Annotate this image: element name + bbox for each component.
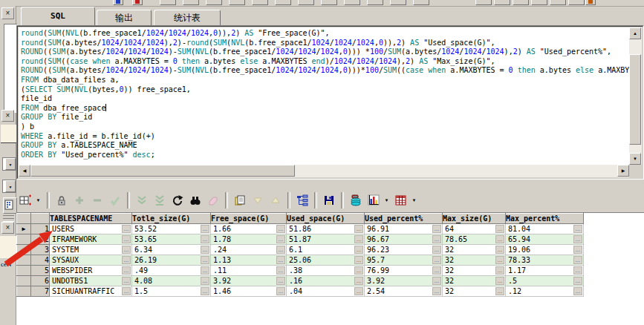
cell-ellipsis-button[interactable]: … <box>495 235 504 243</box>
grid-cell[interactable]: SYSTEM… <box>50 245 132 255</box>
cell-ellipsis-button[interactable]: … <box>122 235 131 243</box>
grid-cell[interactable]: .49… <box>132 266 211 276</box>
toolbar-button-fragment[interactable] <box>183 0 199 5</box>
splitter[interactable] <box>16 180 644 188</box>
cell-ellipsis-button[interactable]: … <box>495 246 504 254</box>
toolbar-button-fragment[interactable] <box>206 0 222 5</box>
column-header[interactable]: Max_size(G) <box>443 214 506 224</box>
cell-ellipsis-button[interactable]: … <box>432 256 441 264</box>
cell-ellipsis-button[interactable]: … <box>354 235 363 243</box>
chart-results-dropdown-button[interactable]: ▼ <box>383 192 391 209</box>
row-selector-cell[interactable] <box>17 276 31 286</box>
grid-cell[interactable]: SICHUANTRAFFIC… <box>50 286 132 297</box>
cell-ellipsis-button[interactable]: … <box>201 277 209 285</box>
toolbar-button-fragment[interactable] <box>390 0 406 5</box>
tab-statistics[interactable]: 统计表 <box>154 10 221 25</box>
toolbar-button-fragment[interactable] <box>275 0 291 5</box>
save-results-button[interactable] <box>321 192 337 209</box>
scroll-down-button[interactable]: ▼ <box>629 153 641 165</box>
toolbar-button-fragment[interactable] <box>344 0 360 5</box>
grid-cell[interactable]: 53.65… <box>132 234 211 245</box>
cell-ellipsis-button[interactable]: … <box>573 256 582 264</box>
row-number-cell[interactable]: 2 <box>31 234 50 245</box>
grid-cell[interactable]: UNDOTBS1… <box>50 276 132 286</box>
single-record-view-button[interactable] <box>294 192 310 209</box>
grid-cell[interactable]: .5… <box>506 276 584 286</box>
column-header[interactable]: Totle_size(G) <box>132 214 211 224</box>
refresh-query-button[interactable] <box>169 192 186 209</box>
sort-ascending-button[interactable] <box>267 192 284 209</box>
tab-output[interactable]: 输出 <box>97 10 152 25</box>
cell-ellipsis-button[interactable]: … <box>201 287 209 295</box>
row-selector-cell[interactable] <box>17 255 31 266</box>
toolbar-button-fragment[interactable] <box>550 0 566 5</box>
grid-cell[interactable]: 53.52… <box>132 224 211 234</box>
cell-ellipsis-button[interactable]: … <box>354 277 363 285</box>
grid-cell[interactable]: 25.06… <box>287 255 365 266</box>
row-number-cell[interactable]: 5 <box>31 266 50 276</box>
post-changes-button[interactable] <box>107 192 123 209</box>
grid-layout-dropdown-button[interactable]: ▼ <box>34 192 42 209</box>
grid-cell[interactable]: 1.13… <box>211 255 287 266</box>
grid-cell[interactable]: 96.67… <box>365 234 443 245</box>
cell-ellipsis-button[interactable]: … <box>354 225 363 233</box>
toolbar-button-fragment[interactable] <box>132 0 143 5</box>
cell-ellipsis-button[interactable]: … <box>354 256 363 264</box>
toolbar-button-fragment[interactable] <box>475 0 492 5</box>
cell-ellipsis-button[interactable]: … <box>201 246 209 254</box>
grid-cell[interactable]: .38… <box>287 266 365 276</box>
panel-close-button[interactable]: × <box>1 110 14 122</box>
cell-ellipsis-button[interactable]: … <box>122 246 131 254</box>
cell-ellipsis-button[interactable]: … <box>573 277 582 285</box>
grid-cell[interactable]: 1.78… <box>211 234 287 245</box>
cell-ellipsis-button[interactable]: … <box>432 277 441 285</box>
editor-vertical-scrollbar[interactable]: ▲ ▼ <box>629 27 642 165</box>
scroll-right-button[interactable]: ▶ <box>617 165 629 177</box>
toolbar-button-fragment[interactable] <box>568 0 585 5</box>
cell-ellipsis-button[interactable]: … <box>201 225 209 233</box>
grid-cell[interactable]: .04… <box>287 286 365 297</box>
cell-ellipsis-button[interactable]: … <box>276 246 285 254</box>
export-table-button[interactable] <box>393 192 409 209</box>
cell-ellipsis-button[interactable]: … <box>276 266 285 275</box>
row-selector-cell[interactable] <box>17 245 31 255</box>
cell-ellipsis-button[interactable]: … <box>573 235 582 243</box>
scroll-left-button[interactable]: ◀ <box>19 165 30 177</box>
row-selector-cell[interactable] <box>17 286 31 297</box>
toolbar-button-fragment[interactable] <box>531 0 547 5</box>
cell-ellipsis-button[interactable]: … <box>573 246 582 254</box>
grid-cell[interactable]: 78.65… <box>443 234 506 245</box>
toolbar-button-fragment[interactable] <box>252 0 268 5</box>
fetch-next-page-button[interactable] <box>134 192 150 209</box>
cell-ellipsis-button[interactable]: … <box>432 246 441 254</box>
grid-cell[interactable]: 3.92… <box>365 276 443 286</box>
cell-ellipsis-button[interactable]: … <box>495 256 504 264</box>
cell-ellipsis-button[interactable]: … <box>276 225 285 233</box>
cell-ellipsis-button[interactable]: … <box>201 256 209 264</box>
grid-cell[interactable]: 51.86… <box>287 224 365 234</box>
grid-cell[interactable]: 96.91… <box>365 224 443 234</box>
cell-ellipsis-button[interactable]: … <box>495 287 504 295</box>
cell-ellipsis-button[interactable]: … <box>122 256 131 264</box>
grid-cell[interactable]: 76.99… <box>365 266 443 276</box>
cell-ellipsis-button[interactable]: … <box>354 266 363 275</box>
grid-cell[interactable]: .24… <box>211 245 287 255</box>
cell-ellipsis-button[interactable]: … <box>122 225 131 233</box>
grid-cell[interactable]: 32… <box>443 286 506 297</box>
cell-ellipsis-button[interactable]: … <box>354 246 363 254</box>
grid-cell[interactable]: 95.7… <box>365 255 443 266</box>
sort-descending-button[interactable] <box>250 192 266 209</box>
grid-cell[interactable]: 32… <box>443 266 506 276</box>
cell-ellipsis-button[interactable]: … <box>122 287 131 295</box>
cell-ellipsis-button[interactable]: … <box>276 287 285 295</box>
cell-ellipsis-button[interactable]: … <box>122 277 131 285</box>
toolbar-button-fragment[interactable] <box>321 0 337 5</box>
grid-cell[interactable]: 1.66… <box>211 224 287 234</box>
insert-record-button[interactable] <box>71 192 88 209</box>
row-selector-cell[interactable] <box>17 266 31 276</box>
fetch-last-page-button[interactable] <box>152 192 168 209</box>
toolbar-button-fragment[interactable] <box>113 0 123 5</box>
grid-cell[interactable]: WEBSPIDER… <box>50 266 132 276</box>
cell-ellipsis-button[interactable]: … <box>573 287 582 295</box>
toolbar-button-fragment[interactable] <box>494 0 510 5</box>
